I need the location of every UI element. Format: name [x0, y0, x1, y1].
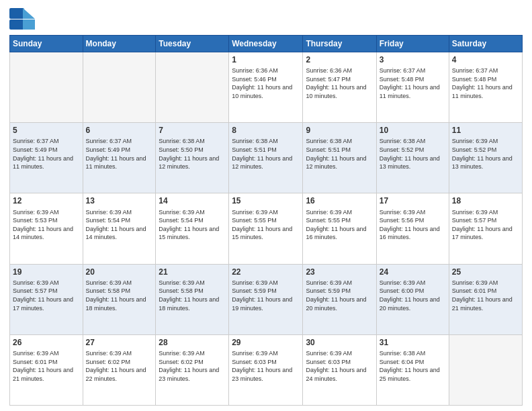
table-row: 9Sunrise: 6:38 AM Sunset: 5:51 PM Daylig…: [303, 123, 376, 193]
calendar-page: Sunday Monday Tuesday Wednesday Thursday…: [0, 0, 532, 411]
day-number: 10: [380, 125, 446, 136]
table-row: 20Sunrise: 6:39 AM Sunset: 5:58 PM Dayli…: [83, 264, 156, 334]
table-row: 11Sunrise: 6:39 AM Sunset: 5:52 PM Dayli…: [449, 123, 522, 193]
svg-rect-0: [9, 8, 24, 19]
table-row: 29Sunrise: 6:39 AM Sunset: 6:03 PM Dayli…: [229, 334, 303, 405]
col-friday: Friday: [376, 36, 449, 52]
day-number: 18: [452, 195, 519, 206]
day-number: 31: [380, 337, 446, 348]
table-row: [449, 334, 522, 405]
table-row: 23Sunrise: 6:39 AM Sunset: 5:59 PM Dayli…: [303, 264, 376, 334]
table-row: 17Sunrise: 6:39 AM Sunset: 5:56 PM Dayli…: [376, 193, 449, 264]
day-info: Sunrise: 6:39 AM Sunset: 5:52 PM Dayligh…: [452, 137, 519, 171]
day-info: Sunrise: 6:39 AM Sunset: 5:55 PM Dayligh…: [306, 208, 373, 242]
day-info: Sunrise: 6:37 AM Sunset: 5:49 PM Dayligh…: [13, 137, 80, 171]
table-row: [83, 52, 156, 123]
day-info: Sunrise: 6:39 AM Sunset: 5:56 PM Dayligh…: [380, 208, 446, 242]
day-number: 6: [86, 125, 153, 136]
day-info: Sunrise: 6:39 AM Sunset: 5:59 PM Dayligh…: [232, 279, 300, 312]
day-info: Sunrise: 6:36 AM Sunset: 5:46 PM Dayligh…: [232, 66, 300, 100]
day-number: 17: [380, 195, 446, 206]
day-number: 15: [232, 195, 300, 206]
col-tuesday: Tuesday: [156, 36, 229, 52]
day-number: 16: [306, 195, 373, 206]
table-row: 10Sunrise: 6:38 AM Sunset: 5:52 PM Dayli…: [376, 123, 449, 193]
day-number: 28: [159, 337, 226, 348]
day-number: 4: [452, 54, 519, 65]
logo-icon: [9, 8, 35, 30]
day-number: 8: [232, 125, 300, 136]
table-row: 3Sunrise: 6:37 AM Sunset: 5:48 PM Daylig…: [376, 52, 449, 123]
col-sunday: Sunday: [10, 36, 83, 52]
day-number: 11: [452, 125, 519, 136]
table-row: 19Sunrise: 6:39 AM Sunset: 5:57 PM Dayli…: [10, 264, 83, 334]
table-row: [156, 52, 229, 123]
table-row: 7Sunrise: 6:38 AM Sunset: 5:50 PM Daylig…: [156, 123, 229, 193]
table-row: 21Sunrise: 6:39 AM Sunset: 5:58 PM Dayli…: [156, 264, 229, 334]
svg-marker-2: [23, 8, 35, 19]
day-info: Sunrise: 6:39 AM Sunset: 5:58 PM Dayligh…: [86, 279, 153, 312]
table-row: 4Sunrise: 6:37 AM Sunset: 5:48 PM Daylig…: [449, 52, 522, 123]
day-info: Sunrise: 6:39 AM Sunset: 5:59 PM Dayligh…: [306, 279, 373, 312]
day-info: Sunrise: 6:39 AM Sunset: 6:03 PM Dayligh…: [232, 349, 300, 383]
day-number: 9: [306, 125, 373, 136]
table-row: 14Sunrise: 6:39 AM Sunset: 5:54 PM Dayli…: [156, 193, 229, 264]
calendar-table: Sunday Monday Tuesday Wednesday Thursday…: [9, 35, 523, 406]
day-info: Sunrise: 6:36 AM Sunset: 5:47 PM Dayligh…: [306, 66, 373, 100]
svg-marker-3: [23, 19, 35, 30]
table-row: 16Sunrise: 6:39 AM Sunset: 5:55 PM Dayli…: [303, 193, 376, 264]
day-info: Sunrise: 6:37 AM Sunset: 5:48 PM Dayligh…: [380, 66, 446, 100]
day-info: Sunrise: 6:38 AM Sunset: 5:51 PM Dayligh…: [306, 137, 373, 171]
table-row: 27Sunrise: 6:39 AM Sunset: 6:02 PM Dayli…: [83, 334, 156, 405]
table-row: 31Sunrise: 6:38 AM Sunset: 6:04 PM Dayli…: [376, 334, 449, 405]
day-number: 14: [159, 195, 226, 206]
col-wednesday: Wednesday: [229, 36, 303, 52]
day-number: 29: [232, 337, 300, 348]
table-row: 2Sunrise: 6:36 AM Sunset: 5:47 PM Daylig…: [303, 52, 376, 123]
table-row: 6Sunrise: 6:37 AM Sunset: 5:49 PM Daylig…: [83, 123, 156, 193]
day-number: 21: [159, 267, 226, 277]
calendar-row: 26Sunrise: 6:39 AM Sunset: 6:01 PM Dayli…: [10, 334, 523, 405]
table-row: 24Sunrise: 6:39 AM Sunset: 6:00 PM Dayli…: [376, 264, 449, 334]
day-info: Sunrise: 6:37 AM Sunset: 5:49 PM Dayligh…: [86, 137, 153, 171]
day-info: Sunrise: 6:37 AM Sunset: 5:48 PM Dayligh…: [452, 66, 519, 100]
day-info: Sunrise: 6:38 AM Sunset: 6:04 PM Dayligh…: [380, 349, 446, 383]
day-number: 1: [232, 54, 300, 65]
day-number: 3: [380, 54, 446, 65]
table-row: 13Sunrise: 6:39 AM Sunset: 5:54 PM Dayli…: [83, 193, 156, 264]
day-number: 13: [86, 195, 153, 206]
day-info: Sunrise: 6:38 AM Sunset: 5:50 PM Dayligh…: [159, 137, 226, 171]
calendar-row: 1Sunrise: 6:36 AM Sunset: 5:46 PM Daylig…: [10, 52, 523, 123]
calendar-row: 19Sunrise: 6:39 AM Sunset: 5:57 PM Dayli…: [10, 264, 523, 334]
col-saturday: Saturday: [449, 36, 522, 52]
day-number: 26: [13, 337, 80, 348]
day-number: 22: [232, 267, 300, 277]
day-number: 23: [306, 267, 373, 277]
table-row: 8Sunrise: 6:38 AM Sunset: 5:51 PM Daylig…: [229, 123, 303, 193]
table-row: [10, 52, 83, 123]
table-row: 18Sunrise: 6:39 AM Sunset: 5:57 PM Dayli…: [449, 193, 522, 264]
day-info: Sunrise: 6:39 AM Sunset: 5:55 PM Dayligh…: [232, 208, 300, 242]
table-row: 25Sunrise: 6:39 AM Sunset: 6:01 PM Dayli…: [449, 264, 522, 334]
day-number: 5: [13, 125, 80, 136]
table-row: 12Sunrise: 6:39 AM Sunset: 5:53 PM Dayli…: [10, 193, 83, 264]
day-number: 2: [306, 54, 373, 65]
table-row: 22Sunrise: 6:39 AM Sunset: 5:59 PM Dayli…: [229, 264, 303, 334]
day-number: 19: [13, 267, 80, 277]
table-row: 26Sunrise: 6:39 AM Sunset: 6:01 PM Dayli…: [10, 334, 83, 405]
calendar-row: 12Sunrise: 6:39 AM Sunset: 5:53 PM Dayli…: [10, 193, 523, 264]
day-info: Sunrise: 6:39 AM Sunset: 5:54 PM Dayligh…: [86, 208, 153, 242]
logo: [9, 8, 38, 30]
table-row: 15Sunrise: 6:39 AM Sunset: 5:55 PM Dayli…: [229, 193, 303, 264]
day-info: Sunrise: 6:39 AM Sunset: 6:02 PM Dayligh…: [86, 349, 153, 383]
table-row: 30Sunrise: 6:39 AM Sunset: 6:03 PM Dayli…: [303, 334, 376, 405]
day-info: Sunrise: 6:39 AM Sunset: 5:57 PM Dayligh…: [452, 208, 519, 242]
day-number: 27: [86, 337, 153, 348]
day-info: Sunrise: 6:38 AM Sunset: 5:51 PM Dayligh…: [232, 137, 300, 171]
header-row: Sunday Monday Tuesday Wednesday Thursday…: [10, 36, 523, 52]
svg-rect-1: [9, 19, 24, 30]
table-row: 28Sunrise: 6:39 AM Sunset: 6:02 PM Dayli…: [156, 334, 229, 405]
day-info: Sunrise: 6:39 AM Sunset: 6:00 PM Dayligh…: [380, 279, 446, 312]
day-number: 25: [452, 267, 519, 277]
table-row: 1Sunrise: 6:36 AM Sunset: 5:46 PM Daylig…: [229, 52, 303, 123]
